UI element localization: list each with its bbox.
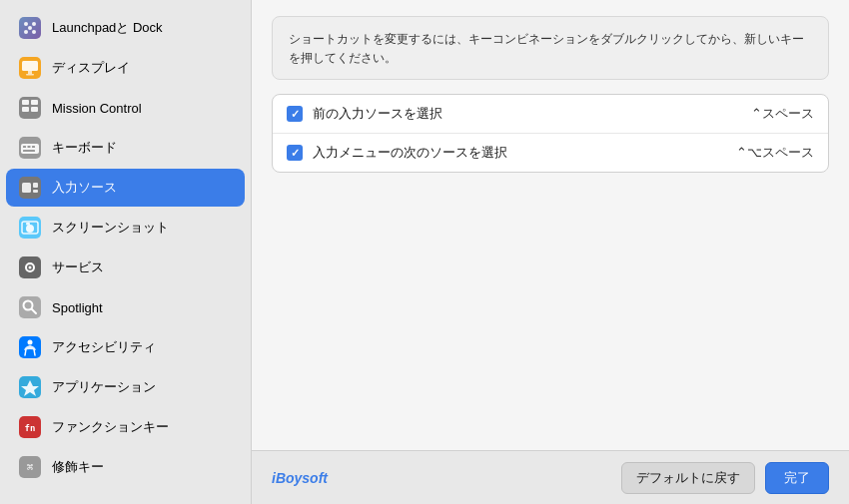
svg-point-3	[24, 30, 28, 34]
ok-button[interactable]: 完了	[765, 462, 829, 494]
svg-rect-19	[32, 146, 35, 148]
checkbox-prev-input[interactable]: ✓	[287, 106, 303, 122]
sidebar-item-label-input: 入力ソース	[52, 179, 117, 197]
default-button[interactable]: デフォルトに戻す	[621, 462, 755, 494]
services-icon	[18, 255, 42, 279]
shortcut-row-prev-input: ✓前の入力ソースを選択⌃スペース	[273, 95, 828, 134]
shortcut-name-next-input: 入力メニューの次のソースを選択	[313, 144, 726, 162]
screenshot-icon	[18, 216, 42, 240]
sidebar-item-modifier[interactable]: ⌘修飾キー	[6, 448, 245, 486]
svg-rect-23	[33, 183, 38, 188]
sidebar-item-label-applications: アプリケーション	[52, 378, 156, 396]
svg-rect-9	[26, 74, 34, 76]
footer: iBoysoft デフォルトに戻す 完了	[252, 450, 849, 504]
svg-rect-7	[22, 61, 38, 71]
description-text: ショートカットを変更するには、キーコンビネーションをダブルクリックしてから、新し…	[289, 32, 804, 65]
sidebar-item-label-services: サービス	[52, 258, 104, 276]
sidebar-item-input[interactable]: 入力ソース	[6, 169, 245, 207]
svg-rect-32	[19, 296, 41, 318]
shortcut-key-next-input: ⌃⌥スペース	[736, 144, 814, 162]
sidebar-item-label-display: ディスプレイ	[52, 59, 130, 77]
modifier-icon: ⌘	[18, 455, 42, 479]
footer-buttons: デフォルトに戻す 完了	[621, 462, 829, 494]
svg-text:⌘: ⌘	[27, 461, 34, 474]
shortcut-row-next-input: ✓入力メニューの次のソースを選択⌃⌥スペース	[273, 134, 828, 172]
sidebar-item-label-keyboard: キーボード	[52, 139, 117, 157]
sidebar-item-label-mission: Mission Control	[52, 101, 142, 116]
svg-point-4	[32, 30, 36, 34]
sidebar-item-keyboard[interactable]: キーボード	[6, 129, 245, 167]
svg-rect-27	[26, 223, 30, 226]
sidebar: Launchpadと DockディスプレイMission Controlキーボー…	[0, 0, 252, 504]
svg-point-5	[28, 26, 32, 30]
svg-rect-24	[33, 190, 38, 193]
shortcuts-table: ✓前の入力ソースを選択⌃スペース✓入力メニューの次のソースを選択⌃⌥スペース	[272, 94, 829, 173]
shortcut-name-prev-input: 前の入力ソースを選択	[313, 105, 741, 123]
brand-text: iBoysoft	[272, 470, 328, 486]
mission-icon	[18, 96, 42, 120]
fnkeys-icon: fn	[18, 415, 42, 439]
keyboard-icon	[18, 136, 42, 160]
sidebar-item-mission[interactable]: Mission Control	[6, 89, 245, 127]
svg-point-26	[26, 225, 34, 233]
accessibility-icon	[18, 335, 42, 359]
content-area: ショートカットを変更するには、キーコンビネーションをダブルクリックしてから、新し…	[252, 0, 849, 450]
spotlight-icon	[18, 295, 42, 319]
sidebar-item-screenshot[interactable]: スクリーンショット	[6, 209, 245, 247]
svg-text:fn: fn	[25, 423, 36, 433]
svg-rect-18	[28, 146, 31, 148]
svg-rect-20	[23, 150, 35, 152]
svg-rect-8	[28, 71, 32, 74]
svg-rect-12	[31, 100, 38, 105]
sidebar-item-display[interactable]: ディスプレイ	[6, 49, 245, 87]
checkbox-next-input[interactable]: ✓	[287, 145, 303, 161]
svg-rect-14	[31, 107, 38, 112]
sidebar-item-accessibility[interactable]: アクセシビリティ	[6, 328, 245, 366]
svg-rect-16	[21, 144, 39, 154]
sidebar-item-label-fnkeys: ファンクションキー	[52, 418, 169, 436]
sidebar-item-label-launchpad: Launchpadと Dock	[52, 19, 163, 37]
sidebar-item-fnkeys[interactable]: fnファンクションキー	[6, 408, 245, 446]
svg-rect-11	[22, 100, 29, 105]
svg-rect-13	[22, 107, 29, 112]
input-icon	[18, 176, 42, 200]
svg-rect-22	[22, 183, 31, 193]
sidebar-item-label-modifier: 修飾キー	[52, 458, 104, 476]
brand-logo: iBoysoft	[272, 470, 328, 486]
svg-point-31	[29, 266, 32, 269]
svg-point-36	[28, 340, 33, 345]
sidebar-item-label-screenshot: スクリーンショット	[52, 219, 169, 237]
svg-point-1	[24, 22, 28, 26]
sidebar-item-label-spotlight: Spotlight	[52, 300, 103, 315]
display-icon	[18, 56, 42, 80]
main-content: ショートカットを変更するには、キーコンビネーションをダブルクリックしてから、新し…	[252, 0, 849, 504]
svg-point-2	[32, 22, 36, 26]
applications-icon	[18, 375, 42, 399]
sidebar-item-label-accessibility: アクセシビリティ	[52, 338, 156, 356]
sidebar-item-applications[interactable]: アプリケーション	[6, 368, 245, 406]
sidebar-item-spotlight[interactable]: Spotlight	[6, 288, 245, 326]
sidebar-item-launchpad[interactable]: Launchpadと Dock	[6, 9, 245, 47]
shortcut-key-prev-input: ⌃スペース	[751, 105, 814, 123]
description-box: ショートカットを変更するには、キーコンビネーションをダブルクリックしてから、新し…	[272, 16, 829, 80]
sidebar-item-services[interactable]: サービス	[6, 249, 245, 286]
launchpad-icon	[18, 16, 42, 40]
svg-rect-17	[23, 146, 26, 148]
